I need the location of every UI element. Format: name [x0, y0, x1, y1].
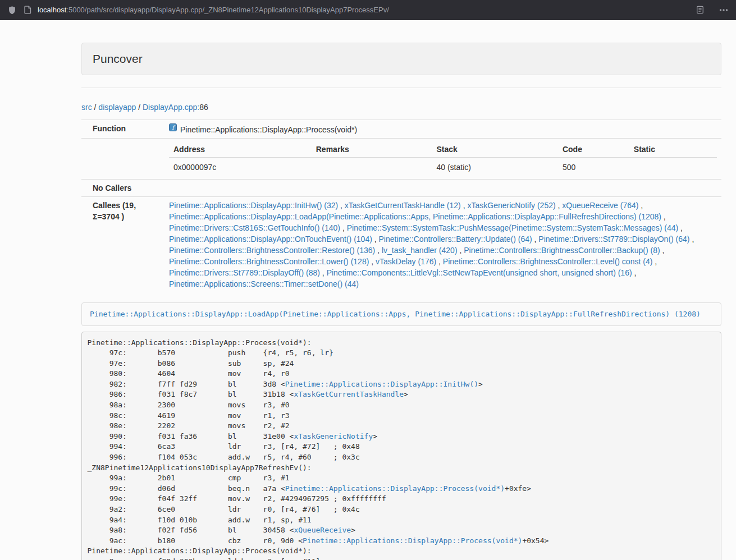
code-symbol-link[interactable]: xTaskGetCurrentTaskHandle [294, 390, 404, 398]
callee-link[interactable]: xTaskGetCurrentTaskHandle (12) [345, 201, 461, 210]
url-host: localhost [38, 6, 66, 14]
stats-header: Address [169, 141, 312, 158]
callee-link[interactable]: xTaskGenericNotify (252) [467, 201, 555, 210]
function-row: Function f Pinetime::Applications::Displ… [81, 120, 721, 139]
stats-value [629, 158, 717, 176]
url-path: :5000/path/src/displayapp/DisplayApp.cpp… [66, 6, 389, 14]
breadcrumb-separator: / [92, 103, 99, 112]
stats-row: AddressRemarksStackCodeStatic 0x0000097c… [81, 139, 721, 180]
no-callers-row: No Callers [81, 180, 721, 197]
stats-header-row: AddressRemarksStackCodeStatic [169, 141, 717, 158]
callee-link[interactable]: Pinetime::Controllers::BrightnessControl… [464, 246, 660, 255]
stats-value: 0x0000097c [169, 158, 312, 176]
stats-value [312, 158, 432, 176]
callee-link[interactable]: Pinetime::System::SystemTask::PushMessag… [347, 223, 679, 232]
stats-header: Remarks [312, 141, 432, 158]
callee-link[interactable]: Pinetime::Applications::DisplayApp::OnTo… [169, 235, 372, 244]
callee-link[interactable]: vTaskDelay (176) [376, 257, 436, 266]
callee-link[interactable]: Pinetime::Components::LittleVgl::SetNewT… [327, 268, 632, 277]
function-icon: f [169, 123, 177, 134]
callees-row: Callees (19, Σ=3704 ) Pinetime::Applicat… [81, 197, 721, 293]
browser-url-bar: localhost:5000/path/src/displayapp/Displ… [0, 0, 736, 20]
callee-link[interactable]: Pinetime::Applications::Screens::Timer::… [169, 279, 359, 288]
function-name: Pinetime::Applications::DisplayApp::Proc… [180, 125, 357, 134]
code-symbol-link[interactable]: xQueueReceive [294, 526, 351, 534]
callee-link[interactable]: Pinetime::Applications::DisplayApp::Load… [169, 212, 661, 221]
page-info-icon[interactable] [24, 6, 31, 14]
breadcrumb: src / displayapp / DisplayApp.cpp:86 [81, 103, 721, 112]
callee-link[interactable]: lv_task_handler (420) [382, 246, 458, 255]
highlighted-symbol-link[interactable]: Pinetime::Applications::DisplayApp::Load… [90, 310, 701, 318]
function-table: Function f Pinetime::Applications::Displ… [81, 120, 721, 292]
function-name-cell: f Pinetime::Applications::DisplayApp::Pr… [164, 120, 721, 139]
callee-link[interactable]: Pinetime::Applications::DisplayApp::Init… [169, 201, 338, 210]
code-symbol-link[interactable]: Pinetime::Applications::DisplayApp::Proc… [285, 484, 505, 493]
breadcrumb-line-number: 86 [199, 103, 208, 112]
stats-value: 500 [558, 158, 629, 176]
stats-header: Stack [432, 141, 557, 158]
stats-table: AddressRemarksStackCodeStatic 0x0000097c… [169, 141, 717, 176]
disassembly: Pinetime::Applications::DisplayApp::Proc… [81, 332, 721, 560]
breadcrumb-file-link[interactable]: DisplayApp.cpp: [143, 103, 199, 112]
stats-value: 40 (static) [432, 158, 557, 176]
callee-link[interactable]: xQueueReceive (764) [562, 201, 638, 210]
code-symbol-link[interactable]: xTaskGenericNotify [294, 432, 373, 440]
highlighted-symbol-panel: Pinetime::Applications::DisplayApp::Load… [81, 302, 721, 326]
callees-list: Pinetime::Applications::DisplayApp::Init… [164, 197, 721, 293]
menu-ellipsis-icon[interactable] [719, 8, 728, 12]
callee-link[interactable]: Pinetime::Controllers::BrightnessControl… [169, 246, 375, 255]
stats-header: Code [558, 141, 629, 158]
breadcrumb-link[interactable]: src [81, 103, 92, 112]
breadcrumb-link[interactable]: displayapp [98, 103, 136, 112]
page-title: Puncover [93, 52, 710, 66]
callee-link[interactable]: Pinetime::Controllers::Battery::Update()… [379, 235, 532, 244]
page-container: Puncover src / displayapp / DisplayApp.c… [81, 43, 721, 560]
no-callers-label: No Callers [81, 180, 164, 197]
function-label: Function [81, 120, 164, 139]
callee-link[interactable]: Pinetime::Drivers::St7789::DisplayOff() … [169, 268, 320, 277]
url-text[interactable]: localhost:5000/path/src/displayapp/Displ… [38, 6, 696, 14]
code-symbol-link[interactable]: Pinetime::Applications::DisplayApp::Init… [285, 380, 478, 388]
breadcrumb-separator: / [136, 103, 143, 112]
callee-link[interactable]: Pinetime::Drivers::St7789::DisplayOn() (… [538, 235, 689, 244]
stats-value-row: 0x0000097c40 (static)500 [169, 158, 717, 176]
shield-icon[interactable] [8, 6, 16, 15]
page-header: Puncover [81, 43, 721, 75]
callee-link[interactable]: Pinetime::Drivers::Cst816S::GetTouchInfo… [169, 223, 340, 232]
code-symbol-link[interactable]: Pinetime::Applications::DisplayApp::Proc… [303, 536, 522, 545]
callee-link[interactable]: Pinetime::Controllers::BrightnessControl… [443, 257, 652, 266]
divider [81, 88, 721, 88]
callees-label: Callees (19, Σ=3704 ) [81, 197, 164, 293]
callee-link[interactable]: Pinetime::Controllers::BrightnessControl… [169, 257, 369, 266]
stats-header: Static [629, 141, 717, 158]
reader-mode-icon[interactable] [696, 6, 704, 14]
